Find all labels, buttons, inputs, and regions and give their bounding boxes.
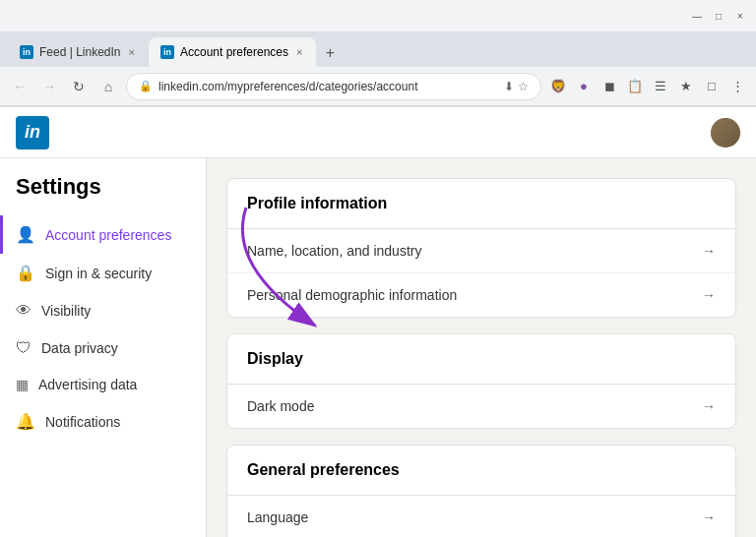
- account-icon: 👤: [16, 225, 35, 244]
- sidebar-item-account[interactable]: 👤 Account preferences: [0, 215, 206, 254]
- content-area: Settings 👤 Account preferences 🔒 Sign in…: [0, 158, 756, 537]
- url-action-icons: ⬇ ☆: [504, 80, 529, 93]
- setting-row-demographic[interactable]: Personal demographic information →: [227, 273, 735, 317]
- bookmark-icon[interactable]: ★: [675, 76, 697, 97]
- maximize-button[interactable]: □: [711, 8, 726, 24]
- linkedin-logo[interactable]: in: [16, 116, 49, 149]
- sidebar: Settings 👤 Account preferences 🔒 Sign in…: [0, 158, 207, 537]
- avatar-image: [711, 118, 740, 148]
- download-icon[interactable]: ⬇: [504, 80, 514, 93]
- tab-favicon-feed: in: [20, 45, 33, 59]
- sidebar-item-data[interactable]: 🛡 Data privacy: [0, 329, 206, 367]
- back-button[interactable]: ←: [8, 75, 32, 98]
- sidebar-label-data: Data privacy: [41, 340, 118, 356]
- url-bar[interactable]: 🔒 linkedin.com/mypreferences/d/categorie…: [126, 73, 541, 100]
- arrow-icon-language: →: [702, 509, 716, 525]
- setting-demographic-label: Personal demographic information: [247, 287, 457, 303]
- sidebar-item-notifications[interactable]: 🔔 Notifications: [0, 402, 206, 441]
- setting-meta-language: →: [702, 509, 716, 525]
- general-prefs-title: General preferences: [227, 446, 735, 496]
- display-title: Display: [227, 334, 735, 385]
- sidebar-label-advertising: Advertising data: [38, 377, 137, 392]
- advertising-icon: ▦: [16, 377, 29, 392]
- app-header: in: [0, 107, 756, 158]
- security-icon: 🔒: [16, 264, 35, 282]
- close-button[interactable]: ×: [732, 8, 748, 24]
- sidebar-label-notifications: Notifications: [45, 414, 120, 430]
- tabs-bar: in Feed | LinkedIn × in Account preferen…: [0, 31, 756, 67]
- more-icon[interactable]: ⋮: [726, 76, 748, 97]
- url-text: linkedin.com/mypreferences/d/categories/…: [158, 80, 498, 93]
- toolbar-icons: 🦁 ● ◼ 📋 ☰ ★ □ ⋮: [547, 76, 748, 97]
- tor-icon[interactable]: ●: [573, 76, 595, 97]
- menu-icon[interactable]: ☰: [650, 76, 671, 97]
- tab-account-preferences[interactable]: in Account preferences ×: [149, 37, 317, 67]
- notifications-icon: 🔔: [16, 412, 35, 431]
- setting-row-name[interactable]: Name, location, and industry →: [227, 229, 735, 273]
- tab-feed[interactable]: in Feed | LinkedIn ×: [8, 37, 149, 67]
- tab-close-feed[interactable]: ×: [127, 44, 137, 60]
- setting-row-darkmode[interactable]: Dark mode →: [227, 385, 735, 428]
- setting-row-language[interactable]: Language →: [227, 496, 735, 537]
- star-icon[interactable]: ☆: [518, 80, 529, 93]
- profile-info-section: Profile information Name, location, and …: [226, 178, 736, 318]
- new-tab-button[interactable]: +: [316, 39, 344, 67]
- lock-icon: 🔒: [139, 80, 153, 92]
- arrow-icon-demographic: →: [702, 287, 716, 303]
- ext-icon-1[interactable]: ◼: [598, 76, 620, 97]
- home-button[interactable]: ⌂: [96, 75, 120, 98]
- setting-name-label: Name, location, and industry: [247, 243, 421, 259]
- tab-favicon-account: in: [160, 45, 174, 59]
- data-icon: 🛡: [16, 339, 32, 357]
- setting-darkmode-label: Dark mode: [247, 398, 314, 414]
- tab-title-feed: Feed | LinkedIn: [39, 45, 121, 59]
- app: in Settings 👤 Account preferences 🔒 Sign…: [0, 107, 756, 537]
- refresh-button[interactable]: ↻: [67, 75, 91, 98]
- visibility-icon: 👁: [16, 302, 32, 320]
- general-prefs-section: General preferences Language → Content l…: [226, 445, 736, 537]
- window-controls[interactable]: — □ ×: [689, 8, 748, 24]
- sidebar-item-advertising[interactable]: ▦ Advertising data: [0, 367, 206, 402]
- sidebar-item-security[interactable]: 🔒 Sign in & security: [0, 254, 206, 292]
- profile-info-title: Profile information: [227, 179, 735, 229]
- brave-icon[interactable]: 🦁: [547, 76, 569, 97]
- forward-button[interactable]: →: [37, 75, 61, 98]
- arrow-icon-name: →: [702, 243, 716, 259]
- ext-icon-2[interactable]: 📋: [624, 76, 646, 97]
- title-bar: — □ ×: [0, 0, 756, 31]
- address-bar: ← → ↻ ⌂ 🔒 linkedin.com/mypreferences/d/c…: [0, 67, 756, 106]
- setting-meta-darkmode: →: [702, 398, 716, 414]
- sidebar-label-visibility: Visibility: [41, 303, 91, 319]
- avatar[interactable]: [711, 118, 740, 148]
- setting-language-label: Language: [247, 509, 308, 525]
- sidebar-item-visibility[interactable]: 👁 Visibility: [0, 292, 206, 329]
- main-content: Profile information Name, location, and …: [207, 158, 756, 537]
- sidebar-label-account: Account preferences: [45, 227, 171, 243]
- header-right: [711, 118, 740, 148]
- tab-title-account: Account preferences: [180, 45, 288, 59]
- display-section: Display Dark mode →: [226, 333, 736, 429]
- tab-close-account[interactable]: ×: [294, 44, 304, 60]
- profile-icon[interactable]: □: [701, 76, 723, 97]
- setting-meta-demographic: →: [702, 287, 716, 303]
- minimize-button[interactable]: —: [689, 8, 705, 24]
- setting-meta-name: →: [702, 243, 716, 259]
- sidebar-title: Settings: [0, 174, 206, 215]
- sidebar-label-security: Sign in & security: [45, 266, 152, 281]
- arrow-icon-darkmode: →: [702, 398, 716, 414]
